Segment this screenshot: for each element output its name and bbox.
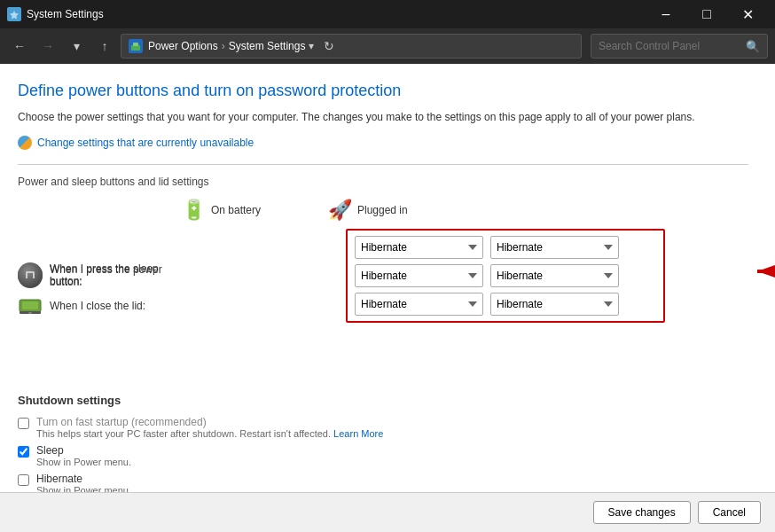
fast-startup-checkbox[interactable] [18, 418, 29, 429]
hibernate-label[interactable]: Hibernate [36, 473, 131, 485]
sleep-button-icon [18, 262, 43, 287]
battery-icon: 🔋 [182, 199, 206, 222]
back-button[interactable]: ← [7, 34, 32, 59]
search-box: 🔍 [591, 34, 768, 59]
hibernate-sub: Show in Power menu. [36, 485, 131, 492]
app-icon [7, 7, 21, 21]
col-header-plugged: 🚀 Plugged in [328, 199, 474, 222]
lid-label: When I close the lid: [50, 300, 145, 312]
fast-startup-label[interactable]: Turn on fast startup (recommended) [36, 416, 383, 428]
sleep-label[interactable]: Sleep [36, 444, 131, 457]
sleep-button-row: Do nothing Sleep Hibernate Shut down Tur… [355, 264, 656, 287]
search-icon: 🔍 [746, 40, 760, 53]
address-sep: › [222, 40, 225, 52]
power-button-battery-select[interactable]: Do nothing Sleep Hibernate Shut down Tur… [355, 236, 483, 259]
sleep-sub: Show in Power menu. [36, 457, 131, 467]
window-controls: – □ ✕ [646, 0, 768, 28]
hibernate-item: Hibernate Show in Power menu. [18, 473, 748, 492]
page-description: Choose the power settings that you want … [18, 109, 748, 125]
hibernate-checkbox[interactable] [18, 474, 29, 486]
plugged-icon: 🚀 [328, 199, 352, 222]
up-button[interactable]: ↑ [92, 34, 117, 59]
address-dropdown-btn[interactable]: ▾ [309, 40, 314, 52]
red-arrow [748, 254, 775, 297]
address-bar: Power Options › System Settings ▾ ↻ [121, 34, 582, 59]
sleep-button-battery-select[interactable]: Do nothing Sleep Hibernate Shut down Tur… [355, 264, 483, 287]
section-divider [18, 164, 748, 165]
lid-battery-select[interactable]: Do nothing Sleep Hibernate Shut down Tur… [355, 293, 483, 316]
lid-row: Do nothing Sleep Hibernate Shut down Tur… [355, 293, 656, 316]
lid-plugged-select[interactable]: Do nothing Sleep Hibernate Shut down Tur… [490, 293, 619, 316]
fast-startup-item: Turn on fast startup (recommended) This … [18, 416, 748, 439]
content-area: Define power buttons and turn on passwor… [0, 64, 775, 532]
forward-button[interactable]: → [35, 34, 60, 59]
search-input[interactable] [599, 40, 746, 52]
shutdown-section-label: Shutdown settings [18, 394, 748, 407]
minimize-button[interactable]: – [646, 0, 686, 28]
fast-startup-sub: This helps start your PC faster after sh… [36, 428, 383, 439]
svg-point-7 [28, 312, 32, 314]
col-header-battery: 🔋 On battery [182, 199, 328, 222]
address-icon [129, 39, 143, 53]
sleep-item: Sleep Show in Power menu. [18, 444, 748, 467]
cancel-button[interactable]: Cancel [698, 501, 761, 524]
page-title: Define power buttons and turn on passwor… [18, 82, 748, 100]
dropdown-button[interactable]: ▾ [64, 34, 89, 59]
sleep-checkbox[interactable] [18, 446, 29, 458]
sleep-button-plugged-select[interactable]: Do nothing Sleep Hibernate Shut down Tur… [490, 264, 619, 287]
svg-rect-3 [133, 43, 138, 46]
window-title: System Settings [27, 8, 646, 20]
change-settings-link[interactable]: Change settings that are currently unava… [18, 136, 748, 150]
nav-bar: ← → ▾ ↑ Power Options › System Settings … [0, 28, 775, 64]
address-path: Power Options [148, 40, 218, 52]
learn-more-link[interactable]: Learn More [333, 428, 383, 439]
refresh-button[interactable]: ↻ [317, 35, 341, 58]
sleep-button-label: When I press the sleep button: [50, 262, 182, 287]
settings-icon [18, 136, 32, 150]
section-label: Power and sleep buttons and lid settings [18, 176, 748, 188]
power-button-plugged-select[interactable]: Do nothing Sleep Hibernate Shut down Tur… [490, 236, 619, 259]
lid-icon [18, 296, 43, 316]
maximize-button[interactable]: □ [686, 0, 727, 28]
title-bar: System Settings – □ ✕ [0, 0, 775, 28]
bottom-bar: Save changes Cancel [0, 492, 775, 532]
power-button-row: Do nothing Sleep Hibernate Shut down Tur… [355, 236, 656, 259]
address-current: System Settings [229, 40, 306, 52]
scroll-content[interactable]: Define power buttons and turn on passwor… [0, 64, 775, 492]
close-button[interactable]: ✕ [727, 0, 768, 28]
svg-rect-5 [22, 301, 38, 309]
save-button[interactable]: Save changes [593, 501, 691, 524]
